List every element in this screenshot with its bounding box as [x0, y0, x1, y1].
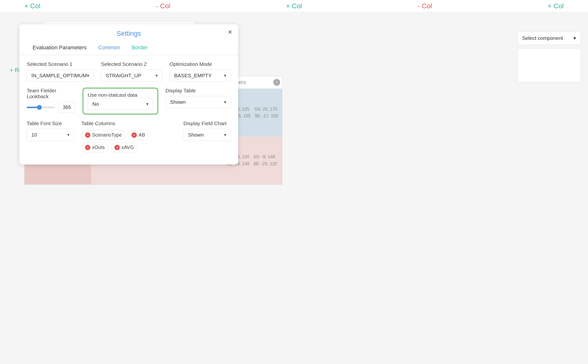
non-statcast-value: No [92, 101, 99, 107]
non-statcast-select[interactable]: No ▾ [88, 98, 153, 110]
scenario1-value: IN_SAMPLE_OPTIMUM [31, 73, 87, 78]
chip-x-ab[interactable]: × [131, 132, 137, 138]
left-panel: #44 Elly De La Cruz (S) Reds + Row Scena… [0, 17, 510, 359]
form-group-table-columns: Table Columns × ScenarioType × AB [81, 121, 176, 152]
chip-label-ab: AB [138, 132, 145, 138]
right-panel: Select component ▾ [510, 17, 588, 359]
chip-label-xavg: xAVG [121, 145, 134, 150]
display-table-select[interactable]: Shown ▾ [165, 96, 231, 108]
font-size-label: Table Font Size [27, 121, 74, 126]
settings-close-btn[interactable]: × [228, 29, 232, 35]
chip-label-scenariotype: ScenarioType [92, 132, 122, 138]
tab-evaluation-parameters[interactable]: Evaluation Parameters [27, 41, 93, 55]
slider-container: 365 [27, 102, 75, 113]
select-component-box [518, 48, 581, 82]
scenario1-select[interactable]: IN_SAMPLE_OPTIMUM ▾ [27, 69, 94, 82]
settings-body: Selected Scenario 1 IN_SAMPLE_OPTIMUM ▾ … [19, 55, 238, 165]
display-table-chevron: ▾ [224, 99, 226, 105]
top-col-controls: + Col - Col + Col - Col + Col [0, 0, 588, 12]
lookback-label: Team Fielder Lookback [27, 88, 75, 99]
settings-tabs: Evaluation Parameters Common Border [19, 41, 238, 55]
chip-scenariotype: × ScenarioType [81, 130, 125, 140]
slider-thumb[interactable] [37, 105, 42, 110]
settings-panel: Settings × Evaluation Parameters Common … [19, 24, 238, 165]
add-col-btn-2[interactable]: + Col [281, 2, 307, 10]
font-size-select[interactable]: 10 ▾ [27, 129, 74, 141]
form-group-display-field-chart: Display Field Chart Shown ▾ [183, 121, 231, 141]
non-statcast-chevron: ▾ [146, 101, 148, 107]
settings-header: Settings × [19, 24, 238, 37]
select-component-label: Select component [522, 35, 563, 41]
scenario2-label: Selected Scenario 2 [101, 61, 162, 67]
optimization-chevron: ▾ [224, 73, 226, 78]
chips-container: × ScenarioType × AB × xOuts [81, 130, 176, 152]
tab-border[interactable]: Border [126, 41, 154, 55]
chip-x-xouts[interactable]: × [85, 145, 90, 150]
form-group-optimization: Optimization Mode BASES_EMPTY ▾ [170, 61, 231, 82]
remove-col-btn-2[interactable]: - Col [413, 2, 437, 10]
form-group-lookback: Team Fielder Lookback 365 [27, 88, 75, 113]
chip-xavg: × xAVG [111, 142, 138, 152]
form-group-font-size: Table Font Size 10 ▾ [27, 121, 74, 141]
form-group-scenario1: Selected Scenario 1 IN_SAMPLE_OPTIMUM ▾ [27, 61, 94, 82]
scenario2-value: STRAIGHT_UP [106, 73, 141, 78]
select-component-chevron: ▾ [573, 35, 576, 41]
add-col-btn-3[interactable]: + Col [543, 2, 569, 10]
chip-xouts: × xOuts [81, 142, 108, 152]
scenario1-label: Selected Scenario 1 [27, 61, 94, 67]
chip-x-xavg[interactable]: × [114, 145, 120, 150]
chip-x-scenariotype[interactable]: × [85, 132, 90, 138]
scenario2-chevron: ▾ [156, 73, 158, 78]
chip-label-xouts: xOuts [92, 145, 105, 150]
form-row-2: Team Fielder Lookback 365 Use non-statca… [27, 88, 231, 114]
display-field-chart-select[interactable]: Shown ▾ [183, 129, 231, 141]
display-field-chart-value: Shown [188, 132, 204, 138]
non-statcast-group: Use non-statcast data No ▾ [83, 88, 158, 114]
tab-common[interactable]: Common [93, 41, 126, 55]
display-table-value: Shown [170, 99, 186, 105]
scenario1-chevron: ▾ [87, 73, 89, 78]
form-row-3: Table Font Size 10 ▾ Table Columns × Sce… [27, 121, 231, 152]
chip-ab: × AB [128, 130, 149, 140]
non-statcast-label: Use non-statcast data [88, 92, 137, 98]
main-area: #44 Elly De La Cruz (S) Reds + Row Scena… [0, 12, 588, 364]
optimization-select[interactable]: BASES_EMPTY ▾ [170, 69, 231, 82]
form-row-1: Selected Scenario 1 IN_SAMPLE_OPTIMUM ▾ … [27, 61, 231, 82]
slider-track[interactable] [27, 107, 55, 108]
optimization-value: BASES_EMPTY [174, 73, 212, 78]
remove-col-btn-1[interactable]: - Col [151, 2, 175, 10]
font-size-chevron: ▾ [67, 132, 69, 138]
font-size-value: 10 [31, 132, 37, 138]
display-table-label: Display Table [165, 88, 231, 94]
settings-title: Settings [116, 30, 141, 37]
add-col-btn-1[interactable]: + Col [19, 2, 45, 10]
slider-value: 365 [58, 102, 75, 113]
display-field-chart-chevron: ▾ [224, 132, 226, 138]
select-component-dropdown[interactable]: Select component ▾ [518, 32, 581, 45]
display-field-chart-label: Display Field Chart [183, 121, 231, 126]
scenario2-select[interactable]: STRAIGHT_UP ▾ [101, 69, 162, 82]
table-columns-label: Table Columns [81, 121, 176, 126]
info-icon[interactable]: i [273, 79, 280, 86]
optimization-label: Optimization Mode [170, 61, 231, 67]
form-group-scenario2: Selected Scenario 2 STRAIGHT_UP ▾ [101, 61, 162, 82]
form-group-display-table: Display Table Shown ▾ [165, 88, 231, 108]
